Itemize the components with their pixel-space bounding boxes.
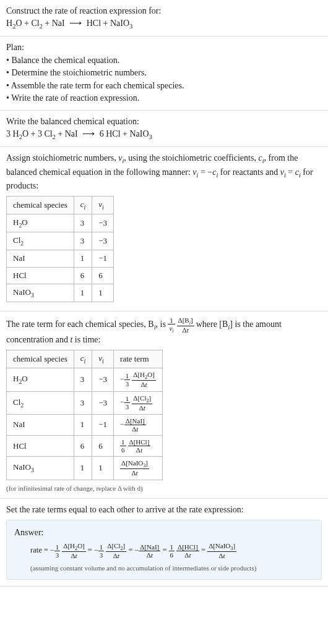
- table-row: H2O3−3−13 Δ[H2O]Δt: [7, 368, 163, 391]
- table-row: Cl23−3: [7, 232, 114, 250]
- table-row: Cl23−3−13 Δ[Cl2]Δt: [7, 391, 163, 414]
- section-balanced: Write the balanced chemical equation: 3 …: [0, 111, 328, 147]
- col-vi: νi: [92, 196, 114, 214]
- table-row: H2O3−3: [7, 214, 114, 232]
- cell-ci: 1: [74, 284, 92, 302]
- cell-vi: 1: [92, 457, 114, 480]
- cell-ci: 3: [74, 391, 92, 414]
- plan-item: • Determine the stoichiometric numbers.: [6, 67, 322, 79]
- col-vi: νi: [92, 350, 114, 368]
- cell-vi: 1: [92, 284, 114, 302]
- table-row: HCl6616 Δ[HCl]Δt: [7, 436, 163, 457]
- cell-vi: 6: [92, 436, 114, 457]
- table-row: HCl66: [7, 267, 114, 284]
- answer-note: (assuming constant volume and no accumul…: [14, 564, 314, 573]
- cell-vi: −1: [92, 250, 114, 267]
- cell-vi: −3: [92, 232, 114, 250]
- plan-item: • Assemble the rate term for each chemic…: [6, 80, 322, 92]
- cell-species: HCl: [7, 436, 74, 457]
- cell-vi: −3: [92, 214, 114, 232]
- section-rateterm: The rate term for each chemical species,…: [0, 311, 328, 499]
- cell-vi: 6: [92, 267, 114, 284]
- section-plan: Plan: • Balance the chemical equation. •…: [0, 36, 328, 111]
- col-ci: ci: [74, 350, 92, 368]
- cell-species: NaIO3: [7, 457, 74, 480]
- cell-species: NaI: [7, 414, 74, 435]
- table-row: NaIO311: [7, 284, 114, 302]
- table-header-row: chemical species ci νi rate term: [7, 350, 163, 368]
- stoich-table: chemical species ci νi H2O3−3Cl23−3NaI1−…: [6, 196, 114, 302]
- col-species: chemical species: [7, 196, 74, 214]
- prompt-text: Construct the rate of reaction expressio…: [6, 5, 322, 17]
- rateterm-intro: The rate term for each chemical species,…: [6, 316, 322, 346]
- cell-ci: 1: [74, 250, 92, 267]
- section-final: Set the rate terms equal to each other t…: [0, 499, 328, 587]
- cell-rateterm: 16 Δ[HCl]Δt: [114, 436, 163, 457]
- cell-species: NaIO3: [7, 284, 74, 302]
- cell-ci: 3: [74, 214, 92, 232]
- answer-box: Answer: rate = −13 Δ[H2O]Δt = −13 Δ[Cl2]…: [6, 520, 322, 580]
- cell-ci: 6: [74, 267, 92, 284]
- cell-species: H2O: [7, 214, 74, 232]
- cell-vi: −3: [92, 368, 114, 391]
- cell-ci: 3: [74, 232, 92, 250]
- col-ci: ci: [74, 196, 92, 214]
- cell-ci: 1: [74, 457, 92, 480]
- rateterm-table: chemical species ci νi rate term H2O3−3−…: [6, 350, 163, 480]
- cell-vi: −3: [92, 391, 114, 414]
- plan-item: • Write the rate of reaction expression.: [6, 92, 322, 104]
- table-header-row: chemical species ci νi: [7, 196, 114, 214]
- cell-species: H2O: [7, 368, 74, 391]
- plan-item: • Balance the chemical equation.: [6, 54, 322, 67]
- table-row: NaIO311Δ[NaIO3]Δt: [7, 457, 163, 480]
- cell-rateterm: −Δ[NaI]Δt: [114, 414, 163, 435]
- final-heading: Set the rate terms equal to each other t…: [6, 504, 322, 516]
- section-prompt: Construct the rate of reaction expressio…: [0, 0, 328, 36]
- table-row: NaI1−1: [7, 250, 114, 267]
- rateterm-footnote: (for infinitesimal rate of change, repla…: [6, 484, 322, 493]
- answer-rate-expression: rate = −13 Δ[H2O]Δt = −13 Δ[Cl2]Δt = −Δ[…: [14, 542, 314, 559]
- cell-vi: −1: [92, 414, 114, 435]
- cell-rateterm: −13 Δ[H2O]Δt: [114, 368, 163, 391]
- col-rateterm: rate term: [114, 350, 163, 368]
- table-row: NaI1−1−Δ[NaI]Δt: [7, 414, 163, 435]
- answer-label: Answer:: [14, 527, 314, 539]
- cell-ci: 3: [74, 368, 92, 391]
- cell-species: HCl: [7, 267, 74, 284]
- plan-heading: Plan:: [6, 41, 322, 54]
- cell-species: NaI: [7, 250, 74, 267]
- cell-ci: 6: [74, 436, 92, 457]
- balanced-heading: Write the balanced chemical equation:: [6, 116, 322, 128]
- unbalanced-equation: H2O + Cl2 + NaI ⟶ HCl + NaIO3: [6, 17, 322, 31]
- balanced-equation: 3 H2O + 3 Cl2 + NaI ⟶ 6 HCl + NaIO3: [6, 128, 322, 142]
- cell-species: Cl2: [7, 391, 74, 414]
- cell-rateterm: Δ[NaIO3]Δt: [114, 457, 163, 480]
- generic-rate-term: 1νi Δ[Bi]Δt: [168, 320, 196, 329]
- cell-rateterm: −13 Δ[Cl2]Δt: [114, 391, 163, 414]
- cell-ci: 1: [74, 414, 92, 435]
- cell-species: Cl2: [7, 232, 74, 250]
- stoich-intro: Assign stoichiometric numbers, νi, using…: [6, 152, 322, 192]
- col-species: chemical species: [7, 350, 74, 368]
- section-stoich: Assign stoichiometric numbers, νi, using…: [0, 147, 328, 311]
